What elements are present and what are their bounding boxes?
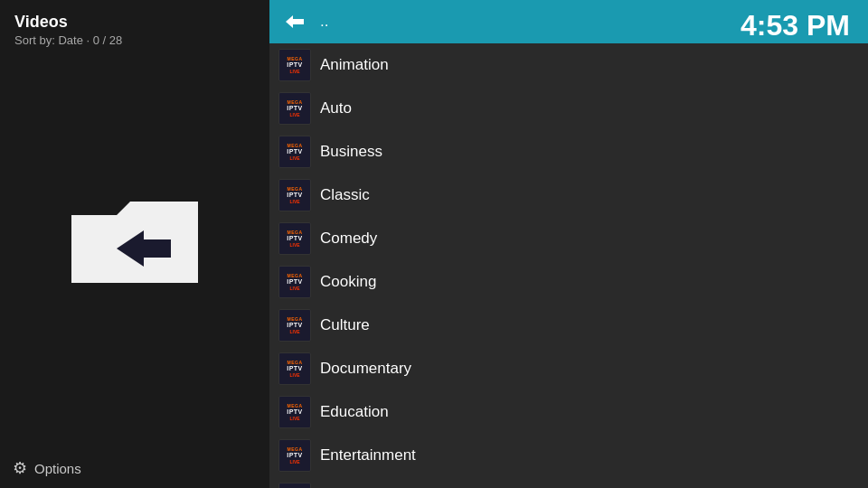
left-header: Videos Sort by: Date · 0 / 28: [0, 0, 269, 51]
item-icon-container: MEGA IPTV LIVE: [278, 222, 311, 255]
item-icon-container: MEGA IPTV LIVE: [278, 483, 311, 488]
list-item[interactable]: MEGA IPTV LIVE Classic: [269, 174, 868, 217]
item-icon-container: MEGA IPTV LIVE: [278, 92, 311, 125]
time-display: 4:53 PM: [741, 9, 850, 42]
item-icon-container: MEGA IPTV LIVE: [278, 396, 311, 428]
mega-iptv-thumbnail: MEGA IPTV LIVE: [278, 483, 311, 488]
list-item[interactable]: MEGA IPTV LIVE Cooking: [269, 260, 868, 304]
list-item[interactable]: MEGA IPTV LIVE Comedy: [269, 217, 868, 260]
item-icon-container: MEGA IPTV LIVE: [278, 352, 311, 385]
mega-iptv-thumbnail: MEGA IPTV LIVE: [278, 222, 311, 255]
category-list: MEGA IPTV LIVE Animation MEGA IPTV LIVE …: [269, 43, 868, 488]
right-panel: .. MEGA IPTV LIVE Animation MEGA IPTV LI…: [269, 0, 868, 488]
item-icon-container: MEGA IPTV LIVE: [278, 136, 311, 168]
item-label: Business: [320, 143, 382, 161]
list-item[interactable]: MEGA IPTV LIVE Family: [269, 477, 868, 488]
back-icon: [278, 9, 311, 34]
item-icon-container: MEGA IPTV LIVE: [278, 179, 311, 211]
bottom-options[interactable]: ⚙ Options: [0, 448, 269, 488]
item-label: Animation: [320, 56, 389, 74]
list-item[interactable]: MEGA IPTV LIVE Entertainment: [269, 434, 868, 477]
mega-iptv-thumbnail: MEGA IPTV LIVE: [278, 49, 311, 81]
item-label: Culture: [320, 316, 370, 334]
item-icon-container: MEGA IPTV LIVE: [278, 309, 311, 342]
back-arrow-icon: [286, 15, 304, 28]
list-item[interactable]: MEGA IPTV LIVE Documentary: [269, 347, 868, 390]
options-label: Options: [34, 461, 81, 476]
mega-iptv-thumbnail: MEGA IPTV LIVE: [278, 136, 311, 168]
item-label: Cooking: [320, 273, 376, 291]
item-label: Comedy: [320, 230, 377, 248]
item-label: Auto: [320, 99, 352, 117]
mega-iptv-thumbnail: MEGA IPTV LIVE: [278, 309, 311, 342]
mega-iptv-thumbnail: MEGA IPTV LIVE: [278, 179, 311, 211]
list-item[interactable]: MEGA IPTV LIVE Business: [269, 130, 868, 174]
page-subtitle: Sort by: Date · 0 / 28: [14, 33, 255, 47]
svg-marker-2: [286, 15, 304, 28]
list-item[interactable]: MEGA IPTV LIVE Auto: [269, 87, 868, 130]
back-label: ..: [320, 13, 328, 31]
folder-back-icon: [62, 183, 207, 301]
back-icon-container: [278, 5, 311, 38]
mega-iptv-thumbnail: MEGA IPTV LIVE: [278, 439, 311, 472]
list-item[interactable]: MEGA IPTV LIVE Education: [269, 390, 868, 434]
mega-iptv-thumbnail: MEGA IPTV LIVE: [278, 266, 311, 298]
list-item[interactable]: MEGA IPTV LIVE Animation: [269, 43, 868, 87]
list-item[interactable]: MEGA IPTV LIVE Culture: [269, 304, 868, 347]
item-label: Classic: [320, 186, 370, 204]
left-panel: Videos Sort by: Date · 0 / 28 ⚙ Options: [0, 0, 269, 488]
item-label: Education: [320, 403, 389, 421]
folder-icon: [62, 183, 207, 301]
mega-iptv-thumbnail: MEGA IPTV LIVE: [278, 92, 311, 125]
item-icon-container: MEGA IPTV LIVE: [278, 266, 311, 298]
gear-icon: ⚙: [13, 458, 27, 478]
item-label: Documentary: [320, 360, 411, 378]
item-icon-container: MEGA IPTV LIVE: [278, 49, 311, 81]
mega-iptv-thumbnail: MEGA IPTV LIVE: [278, 396, 311, 428]
item-icon-container: MEGA IPTV LIVE: [278, 439, 311, 472]
mega-iptv-thumbnail: MEGA IPTV LIVE: [278, 352, 311, 385]
page-title: Videos: [14, 13, 255, 32]
item-label: Entertainment: [320, 446, 416, 465]
folder-icon-area: [0, 51, 269, 434]
